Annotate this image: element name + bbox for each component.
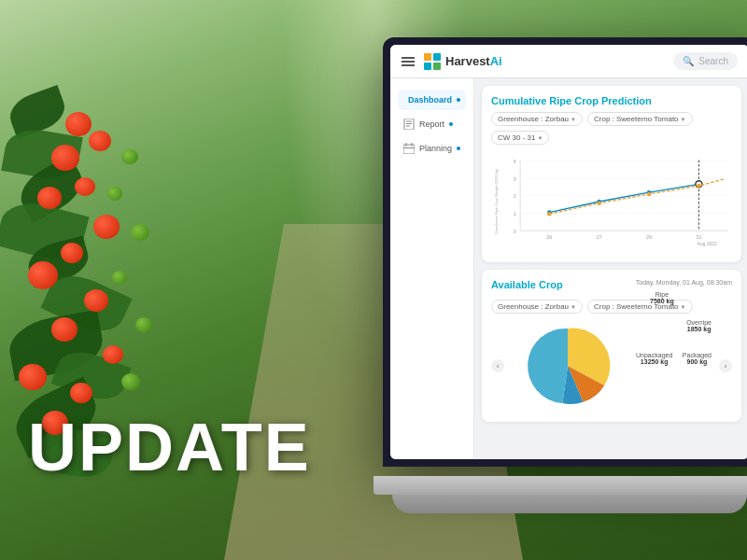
sidebar-item-dashboard[interactable]: Dashboard	[398, 90, 466, 110]
laptop-foot	[392, 495, 747, 513]
planning-dot	[457, 147, 460, 150]
chevron-down-icon-2: ▼	[681, 117, 686, 122]
planning-label: Planning	[419, 144, 452, 153]
search-bar[interactable]: 🔍 Search	[673, 52, 738, 70]
crop-prediction-card: Cumulative Ripe Crop Prediction Greenhou…	[482, 86, 741, 262]
greenhouse-filter[interactable]: Greenhouse : Zorbau ▼	[491, 112, 583, 126]
report-dot	[449, 122, 453, 126]
report-label: Report	[419, 119, 444, 129]
planning-icon	[403, 143, 415, 154]
content-area: Cumulative Ripe Crop Prediction Greenhou…	[474, 78, 747, 459]
svg-text:3: 3	[514, 176, 516, 182]
svg-text:27: 27	[597, 234, 602, 240]
svg-text:Aug 2022: Aug 2022	[698, 242, 717, 246]
logo-text: HarvestAi	[445, 54, 502, 68]
svg-point-41	[697, 184, 700, 188]
svg-text:26: 26	[546, 234, 552, 240]
svg-text:4: 4	[514, 159, 516, 164]
ripe-label: Ripe 7580 kg	[650, 291, 674, 304]
crop-chart-filters: Greenhouse : Zorbau ▼ Crop : Sweeterno T…	[491, 112, 732, 145]
next-button[interactable]: ›	[719, 359, 732, 372]
ac-crop-filter[interactable]: Crop : Sweeterno Tomato ▼	[587, 300, 693, 314]
crop-prediction-title: Cumulative Ripe Crop Prediction	[491, 95, 732, 106]
svg-point-40	[647, 192, 651, 196]
update-heading: UPDATE	[28, 409, 311, 485]
pie-section: ‹	[491, 319, 732, 413]
svg-text:2: 2	[514, 193, 516, 199]
greenhouse-filter-label: Greenhouse : Zorbau	[498, 115, 569, 123]
sidebar-item-planning[interactable]: Planning	[398, 138, 466, 159]
packaged-label: Packaged 900 kg	[683, 352, 712, 365]
ac-greenhouse-label: Greenhouse : Zorbau	[498, 302, 569, 311]
laptop-mockup: HarvestAi 🔍 Search	[374, 37, 747, 532]
svg-rect-12	[403, 145, 415, 154]
dashboard-dot	[457, 98, 460, 102]
date-info: Today, Monday, 01 Aug, 08:30am	[636, 279, 732, 286]
crop-filter[interactable]: Crop : Sweeterno Tomato ▼	[587, 112, 693, 126]
logo-icon	[424, 53, 441, 70]
svg-text:29: 29	[646, 234, 652, 240]
available-crop-header: Available Crop Today, Monday, 01 Aug, 08…	[491, 279, 732, 296]
cw-filter-label: CW 30 - 31	[498, 133, 535, 142]
prev-button[interactable]: ‹	[491, 359, 504, 372]
svg-point-39	[597, 202, 600, 205]
svg-rect-0	[424, 53, 431, 61]
top-bar: HarvestAi 🔍 Search	[390, 45, 747, 78]
svg-rect-3	[433, 63, 441, 70]
line-chart: 0 1 2 3 4 26 27 29 31	[491, 150, 732, 253]
available-crop-title: Available Crop	[491, 279, 563, 290]
chart-svg: 0 1 2 3 4 26 27 29 31	[491, 150, 732, 253]
overripe-label: Overripe 1850 kg	[686, 319, 712, 332]
pie-svg	[512, 319, 624, 413]
chevron-down-icon-5: ▼	[681, 304, 686, 310]
ac-greenhouse-filter[interactable]: Greenhouse : Zorbau ▼	[491, 300, 583, 314]
sidebar-item-report[interactable]: Report	[398, 114, 466, 134]
hamburger-menu[interactable]	[402, 57, 415, 66]
crop-filter-label: Crop : Sweeterno Tomato	[594, 115, 679, 123]
unpackaged-label: Unpackaged 13250 kg	[636, 352, 672, 365]
available-crop-card: Available Crop Today, Monday, 01 Aug, 08…	[482, 270, 741, 422]
report-icon	[403, 119, 415, 130]
pie-chart	[512, 319, 624, 413]
chevron-down-icon-3: ▼	[537, 135, 543, 141]
logo: HarvestAi	[424, 53, 502, 70]
dashboard-label: Dashboard	[408, 95, 452, 105]
chevron-down-icon: ▼	[571, 117, 576, 122]
laptop-screen: HarvestAi 🔍 Search	[383, 37, 747, 467]
search-icon: 🔍	[683, 56, 694, 66]
chevron-down-icon-4: ▼	[571, 304, 576, 310]
sidebar: Dashboard Report	[390, 78, 474, 459]
cw-filter[interactable]: CW 30 - 31 ▼	[491, 131, 549, 145]
available-crop-filters: Greenhouse : Zorbau ▼ Crop : Sweeterno T…	[491, 300, 732, 314]
svg-text:31: 31	[696, 234, 701, 240]
laptop-base	[374, 476, 747, 495]
svg-text:0: 0	[514, 229, 516, 234]
svg-rect-2	[424, 63, 431, 70]
svg-text:1: 1	[514, 211, 516, 217]
svg-point-38	[547, 212, 551, 216]
svg-text:Cumulative Ripe Crop Weight (1: Cumulative Ripe Crop Weight (1000 kg)	[494, 168, 499, 234]
search-placeholder: Search	[698, 56, 728, 66]
svg-rect-1	[433, 53, 441, 61]
